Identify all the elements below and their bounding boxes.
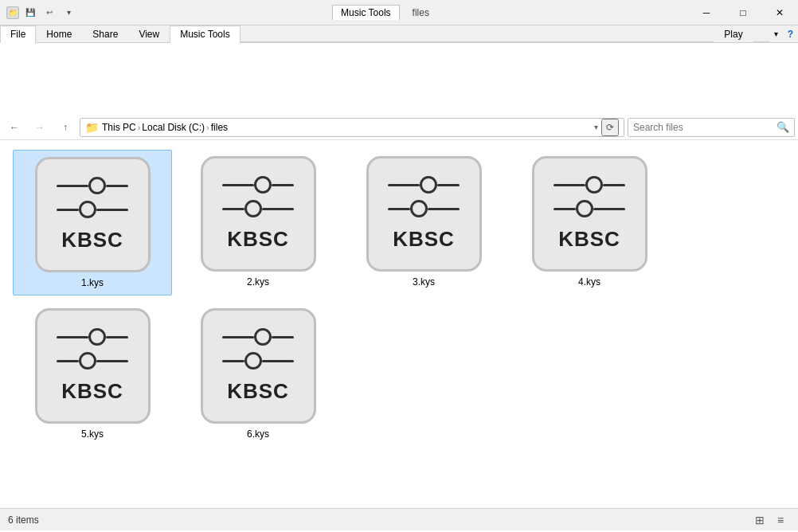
main-content: KBSC 1.kys KBSC 2.kys — [0, 140, 798, 508]
quick-dropdown-btn[interactable]: ▾ — [61, 5, 76, 21]
file-icon: KBSC — [532, 156, 647, 272]
search-icon: 🔍 — [776, 121, 789, 133]
file-name: 5.kys — [81, 428, 104, 440]
tab-play[interactable]: Play — [714, 25, 753, 43]
slider-line-right-bottom — [262, 360, 294, 362]
context-tab-label: Music Tools — [332, 5, 399, 20]
file-icon-label: KBSC — [227, 379, 289, 404]
window-title: files — [413, 7, 429, 18]
ribbon-content — [0, 43, 798, 115]
slider-row-top — [388, 176, 460, 194]
slider-line-right-top — [272, 184, 294, 186]
maximize-button[interactable]: □ — [725, 0, 761, 25]
slider-line-right-top — [603, 184, 625, 186]
tab-share[interactable]: Share — [82, 25, 128, 43]
status-bar: 6 items ⊞ ≡ — [0, 508, 798, 530]
file-name: 4.kys — [578, 276, 600, 288]
list-item[interactable]: KBSC 6.kys — [178, 302, 338, 446]
address-box[interactable]: 📁 This PC › Local Disk (C:) › files ▾ ⟳ — [80, 118, 624, 137]
forward-button[interactable]: → — [29, 118, 51, 137]
tab-file[interactable]: File — [0, 25, 36, 43]
slider-knob-bottom — [244, 352, 262, 370]
slider-line-left-top — [554, 184, 585, 186]
slider-row-bottom — [222, 200, 294, 217]
slider-knob-bottom — [79, 352, 96, 370]
slider-line-right-top — [106, 185, 128, 187]
file-icon: KBSC — [201, 308, 316, 424]
up-button[interactable]: ↑ — [54, 118, 76, 137]
slider-knob-bottom — [79, 201, 96, 218]
refresh-button[interactable]: ⟳ — [601, 119, 619, 136]
tab-home[interactable]: Home — [36, 25, 82, 43]
file-name: 6.kys — [247, 428, 269, 440]
minimize-button[interactable]: ─ — [688, 0, 725, 25]
file-icon: KBSC — [35, 157, 151, 272]
address-dropdown-btn[interactable]: ▾ — [594, 123, 598, 131]
slider-knob-bottom — [244, 200, 262, 217]
slider-line-right-bottom — [96, 360, 128, 362]
slider-knob-top — [420, 176, 437, 194]
slider-line-left-top — [222, 336, 254, 338]
slider-line-right-top — [437, 184, 460, 186]
list-view-btn[interactable]: ≡ — [771, 512, 790, 528]
file-icon-label: KBSC — [393, 227, 455, 252]
slider-line-left-bottom — [554, 208, 576, 210]
file-area: KBSC 1.kys KBSC 2.kys — [0, 140, 798, 508]
search-input[interactable] — [633, 122, 773, 133]
address-bar: ← → ↑ 📁 This PC › Local Disk (C:) › file… — [0, 115, 798, 140]
path-files: files — [211, 122, 228, 133]
tab-music-tools[interactable]: Music Tools — [170, 25, 240, 43]
slider-knob-top — [88, 328, 106, 346]
file-name: 1.kys — [81, 277, 104, 288]
list-item[interactable]: KBSC 4.kys — [510, 150, 669, 295]
help-btn[interactable]: ? — [783, 25, 798, 42]
folder-icon: 📁 — [85, 121, 99, 134]
slider-line-left-top — [388, 184, 420, 186]
path-local-disk: Local Disk (C:) — [142, 122, 205, 133]
file-icon-label: KBSC — [558, 227, 620, 252]
file-name: 2.kys — [247, 276, 269, 288]
slider-line-left-top — [222, 184, 254, 186]
slider-row-top — [57, 328, 128, 346]
slider-line-right-top — [272, 336, 294, 338]
grid-view-btn[interactable]: ⊞ — [750, 512, 769, 528]
file-icon-label: KBSC — [61, 379, 123, 404]
close-button[interactable]: ✕ — [761, 0, 798, 25]
quick-undo-btn[interactable]: ↩ — [41, 5, 57, 21]
view-toggle: ⊞ ≡ — [750, 512, 790, 528]
list-item[interactable]: KBSC 3.kys — [344, 150, 503, 295]
title-bar: 📁 💾 ↩ ▾ Music Tools files ─ □ ✕ — [0, 0, 798, 25]
slider-row-bottom — [57, 352, 128, 370]
tab-view[interactable]: View — [128, 25, 170, 43]
quick-save-btn[interactable]: 💾 — [22, 5, 38, 21]
item-count: 6 items — [8, 514, 39, 526]
slider-knob-bottom — [410, 200, 428, 217]
slider-line-left-bottom — [222, 208, 244, 210]
ribbon-expand-btn[interactable]: ▾ — [769, 25, 783, 42]
ribbon-tabs: File Home Share View Music Tools Play ▾ … — [0, 25, 798, 43]
slider-line-right-bottom — [96, 209, 128, 211]
slider-line-left-bottom — [57, 360, 79, 362]
list-item[interactable]: KBSC 2.kys — [178, 150, 338, 295]
back-button[interactable]: ← — [3, 118, 25, 137]
file-icon: KBSC — [201, 156, 316, 272]
slider-line-right-bottom — [428, 208, 460, 210]
list-item[interactable]: KBSC 5.kys — [13, 302, 172, 446]
slider-row-top — [554, 176, 625, 194]
slider-line-left-bottom — [222, 360, 244, 362]
file-icon-label: KBSC — [227, 227, 289, 252]
slider-knob-top — [88, 177, 106, 194]
slider-knob-top — [254, 176, 272, 194]
list-item[interactable]: KBSC 1.kys — [13, 150, 172, 295]
window-icon: 📁 — [6, 6, 19, 19]
file-icon-label: KBSC — [61, 228, 123, 252]
slider-row-top — [222, 176, 294, 194]
file-icon: KBSC — [366, 156, 482, 272]
slider-row-bottom — [57, 201, 128, 218]
search-box[interactable]: 🔍 — [628, 118, 795, 137]
slider-line-left-top — [57, 336, 88, 338]
slider-line-right-bottom — [593, 208, 625, 210]
slider-line-left-bottom — [57, 209, 79, 211]
slider-row-bottom — [388, 200, 460, 217]
slider-knob-top — [254, 328, 272, 346]
